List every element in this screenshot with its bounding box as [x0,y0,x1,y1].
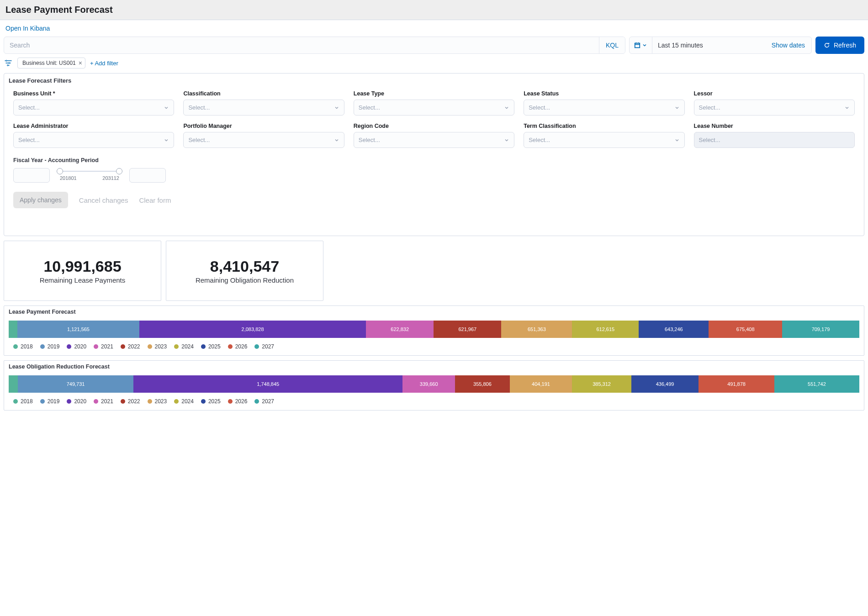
search-input[interactable] [4,37,599,53]
legend-item-2024[interactable]: 2024 [174,343,194,350]
legend-item-2023[interactable]: 2023 [148,398,167,405]
field-label-portfolio_manager: Portfolio Manager [183,123,344,129]
kql-toggle[interactable]: KQL [599,37,625,53]
lease_status-select[interactable]: Select... [524,100,684,116]
legend-item-2025[interactable]: 2025 [201,398,221,405]
legend-item-2022[interactable]: 2022 [121,398,140,405]
bar-segment-2025[interactable]: 643,246 [639,321,709,338]
legend-swatch [94,344,98,349]
legend-swatch [254,344,259,349]
svg-point-2 [7,65,9,66]
slider-handle-max[interactable] [116,168,122,174]
legend-item-2027[interactable]: 2027 [254,398,274,405]
legend-item-2018[interactable]: 2018 [13,343,33,350]
panel-title: Lease Forecast Filters [4,74,864,88]
legend-item-2021[interactable]: 2021 [94,343,113,350]
bar-segment-2026[interactable]: 675,408 [709,321,782,338]
apply-changes-button[interactable]: Apply changes [13,192,68,208]
legend-swatch [13,344,18,349]
legend-swatch [40,399,45,404]
legend-item-2020[interactable]: 2020 [67,398,86,405]
bar-segment-2022[interactable]: 621,967 [434,321,501,338]
bar-segment-2019[interactable]: 749,731 [18,375,133,393]
bar-segment-2022[interactable]: 355,806 [455,375,510,393]
bar-segment-2026[interactable]: 491,878 [699,375,774,393]
region_code-select[interactable]: Select... [354,132,514,148]
business_unit-select[interactable]: Select... [13,100,174,116]
slider-handle-min[interactable] [57,168,63,174]
bar-segment-2025[interactable]: 436,499 [631,375,699,393]
bar-segment-2020[interactable]: 2,083,828 [139,321,366,338]
legend-swatch [254,399,259,404]
chevron-down-icon [844,105,850,111]
legend-swatch [67,344,71,349]
chevron-down-icon [334,105,339,111]
add-filter-button[interactable]: + Add filter [90,60,118,67]
legend-label: 2024 [181,343,194,350]
filter-options-icon[interactable] [4,58,13,68]
legend-item-2019[interactable]: 2019 [40,343,60,350]
legend-item-2023[interactable]: 2023 [148,343,167,350]
filter-pill-label: Business Unit: US001 [22,60,76,66]
legend-swatch [174,399,179,404]
close-icon[interactable]: × [79,59,82,67]
bar-segment-2021[interactable]: 339,660 [402,375,455,393]
legend-label: 2018 [21,343,33,350]
bar-segment-2024[interactable]: 385,312 [572,375,631,393]
date-picker[interactable]: Last 15 minutes Show dates [629,37,812,54]
select-placeholder: Select... [529,104,550,111]
filter-pill-business-unit[interactable]: Business Unit: US001 × [17,58,85,68]
legend-item-2024[interactable]: 2024 [174,398,194,405]
term_classification-select[interactable]: Select... [524,132,684,148]
bar-segment-2027[interactable]: 551,742 [774,375,859,393]
legend-item-2019[interactable]: 2019 [40,398,60,405]
bar-segment-2020[interactable]: 1,748,845 [133,375,403,393]
legend-swatch [67,399,71,404]
bar-segment-2019[interactable]: 1,121,565 [17,321,139,338]
calendar-icon[interactable] [630,37,652,53]
bar-segment-2021[interactable]: 622,832 [366,321,434,338]
legend-item-2022[interactable]: 2022 [121,343,140,350]
legend-item-2021[interactable]: 2021 [94,398,113,405]
refresh-button[interactable]: Refresh [815,37,864,54]
select-placeholder: Select... [188,104,210,111]
legend-item-2027[interactable]: 2027 [254,343,274,350]
bar-segment-2018[interactable] [9,375,18,393]
lease_admin-select[interactable]: Select... [13,132,174,148]
fiscal-slider[interactable]: 201801 203112 [60,168,119,183]
field-label-term_classification: Term Classification [524,123,684,129]
bar-segment-2023[interactable]: 404,191 [510,375,572,393]
refresh-icon [824,42,830,48]
legend-label: 2027 [262,398,274,405]
bar-segment-2023[interactable]: 651,363 [501,321,572,338]
metric-value: 10,991,685 [9,258,156,275]
clear-form-button[interactable]: Clear form [139,196,171,204]
legend-swatch [13,399,18,404]
portfolio_manager-select[interactable]: Select... [183,132,344,148]
legend-item-2018[interactable]: 2018 [13,398,33,405]
field-label-lessor: Lessor [694,90,855,97]
classification-select[interactable]: Select... [183,100,344,116]
lessor-select[interactable]: Select... [694,100,855,116]
legend-item-2025[interactable]: 2025 [201,343,221,350]
lease_number-select: Select... [694,132,855,148]
fiscal-max-input[interactable] [129,168,166,183]
bar-segment-2027[interactable]: 709,179 [782,321,859,338]
legend-item-2020[interactable]: 2020 [67,343,86,350]
fiscal-min-input[interactable] [13,168,50,183]
cancel-changes-button[interactable]: Cancel changes [79,196,128,204]
legend-item-2026[interactable]: 2026 [228,398,248,405]
legend-label: 2027 [262,343,274,350]
open-in-kibana-link[interactable]: Open In Kibana [5,25,50,32]
bar-segment-2018[interactable] [9,321,17,338]
legend-label: 2023 [155,343,167,350]
lease_type-select[interactable]: Select... [354,100,514,116]
bar-segment-2024[interactable]: 612,615 [572,321,639,338]
select-placeholder: Select... [699,137,720,143]
forecast-title: Lease Payment Forecast [9,309,859,315]
legend-item-2026[interactable]: 2026 [228,343,248,350]
chevron-down-icon [504,105,509,111]
search-box[interactable]: KQL [4,37,625,54]
select-placeholder: Select... [18,104,40,111]
show-dates-link[interactable]: Show dates [765,37,811,53]
